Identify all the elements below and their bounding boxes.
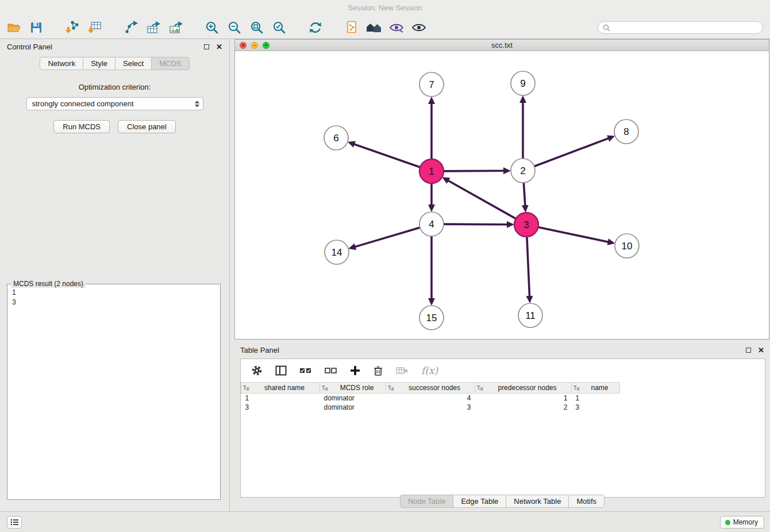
- export-network-icon[interactable]: [122, 19, 140, 36]
- network-edge-3-11[interactable]: [527, 236, 530, 296]
- show-panels-button[interactable]: [7, 516, 22, 529]
- table-cell[interactable]: 1: [475, 394, 572, 403]
- network-node-15[interactable]: 15: [419, 306, 444, 330]
- mcds-result-line: 1: [12, 288, 215, 298]
- create-column-icon[interactable]: [350, 365, 360, 376]
- table-row[interactable]: 3dominator323: [241, 403, 620, 412]
- network-node-4[interactable]: 4: [419, 212, 444, 236]
- float-table-panel-icon[interactable]: [746, 348, 751, 353]
- delete-column-icon[interactable]: [373, 365, 383, 376]
- close-table-panel-icon[interactable]: ✕: [758, 346, 764, 354]
- column-header[interactable]: shared name: [241, 383, 320, 394]
- table-row[interactable]: 1dominator411: [241, 394, 620, 403]
- network-node-2[interactable]: 2: [511, 159, 535, 183]
- tab-network[interactable]: Network: [40, 57, 83, 70]
- window-title: Session: New Session: [0, 0, 770, 16]
- search-box[interactable]: [598, 21, 763, 34]
- network-node-11[interactable]: 11: [518, 303, 542, 327]
- table-cell[interactable]: 1: [241, 394, 320, 403]
- search-input[interactable]: [614, 24, 758, 32]
- close-panel-icon[interactable]: ✕: [216, 43, 222, 51]
- network-node-14[interactable]: 14: [325, 240, 349, 264]
- network-node-7[interactable]: 7: [419, 72, 444, 97]
- network-edge-4-14[interactable]: [355, 227, 421, 246]
- table-settings-gear-icon[interactable]: [251, 365, 263, 376]
- network-node-8[interactable]: 8: [614, 119, 638, 144]
- column-header[interactable]: MCDS role: [320, 383, 386, 394]
- network-edge-1-2[interactable]: [442, 171, 504, 171]
- table-cell[interactable]: 3: [386, 403, 475, 412]
- open-session-icon[interactable]: [5, 19, 23, 36]
- column-header-label: name: [591, 384, 608, 392]
- tab-node-table[interactable]: Node Table: [400, 495, 454, 508]
- manage-networks-icon[interactable]: [342, 19, 361, 36]
- network-edge-2-8[interactable]: [533, 138, 609, 167]
- tab-style[interactable]: Style: [83, 57, 116, 70]
- tab-mcds[interactable]: MCDS: [151, 57, 189, 70]
- column-header[interactable]: name: [572, 383, 620, 394]
- table-cell[interactable]: 3: [241, 403, 320, 412]
- mcds-result-line: 3: [12, 298, 215, 307]
- mcds-result-title: MCDS result (2 nodes): [11, 280, 86, 288]
- list-icon: [10, 519, 18, 526]
- network-canvas[interactable]: 7968124314101511: [235, 51, 769, 339]
- refresh-icon[interactable]: [306, 19, 325, 36]
- export-image-icon[interactable]: [167, 19, 185, 36]
- memory-button[interactable]: Memory: [720, 516, 764, 529]
- import-network-icon[interactable]: [63, 19, 82, 36]
- network-node-10[interactable]: 10: [615, 234, 639, 258]
- network-edge-3-10[interactable]: [537, 227, 609, 242]
- node-label: 2: [520, 165, 525, 176]
- minimize-window-icon[interactable]: −: [251, 42, 258, 49]
- zoom-in-icon[interactable]: [203, 19, 221, 36]
- float-panel-icon[interactable]: [204, 44, 209, 49]
- tab-motifs[interactable]: Motifs: [568, 495, 605, 508]
- mcds-result-box: MCDS result (2 nodes) 13: [7, 284, 221, 500]
- run-mcds-button[interactable]: Run MCDS: [53, 120, 110, 133]
- select-all-columns-icon[interactable]: [299, 367, 312, 375]
- table-cell[interactable]: 3: [572, 403, 620, 412]
- network-window-titlebar: ✕ − + scc.txt: [235, 40, 769, 51]
- network-edge-2-3[interactable]: [523, 182, 525, 206]
- tab-select[interactable]: Select: [115, 57, 152, 70]
- export-table-icon[interactable]: [144, 19, 163, 36]
- memory-status-icon: [725, 520, 730, 525]
- node-label: 6: [333, 133, 338, 144]
- maximize-window-icon[interactable]: +: [263, 42, 270, 49]
- network-node-3[interactable]: 3: [514, 213, 538, 237]
- node-label: 10: [622, 241, 633, 252]
- save-session-icon[interactable]: [27, 19, 45, 36]
- zoom-fit-icon[interactable]: [248, 19, 266, 36]
- network-edge-3-1[interactable]: [448, 180, 517, 219]
- network-node-6[interactable]: 6: [324, 126, 348, 150]
- network-node-1[interactable]: 1: [419, 159, 444, 183]
- show-hide-icon[interactable]: [410, 19, 428, 36]
- table-cell[interactable]: dominator: [320, 403, 386, 412]
- column-header-label: predecessor nodes: [498, 384, 556, 392]
- main-toolbar: [0, 16, 770, 39]
- network-edge-1-6[interactable]: [354, 144, 421, 168]
- zoom-out-icon[interactable]: [225, 19, 244, 36]
- column-header[interactable]: predecessor nodes: [475, 383, 572, 394]
- tab-network-table[interactable]: Network Table: [506, 495, 569, 508]
- network-window-title: scc.txt: [491, 41, 513, 49]
- home-icon[interactable]: [365, 19, 383, 36]
- show-column-panel-icon[interactable]: [275, 365, 287, 376]
- control-panel-tabs: Network Style Select MCDS: [0, 57, 229, 70]
- tab-edge-table[interactable]: Edge Table: [453, 495, 506, 508]
- style-eye-icon[interactable]: [387, 19, 406, 36]
- import-table-icon[interactable]: [86, 19, 104, 36]
- close-window-icon[interactable]: ✕: [240, 42, 247, 49]
- table-cell[interactable]: 1: [572, 394, 620, 403]
- node-label: 8: [623, 126, 629, 137]
- table-cell[interactable]: dominator: [320, 394, 386, 403]
- column-header[interactable]: successor nodes: [386, 383, 475, 394]
- deselect-all-columns-icon[interactable]: [325, 367, 337, 375]
- table-cell[interactable]: 2: [475, 403, 572, 412]
- table-cell[interactable]: 4: [386, 394, 475, 403]
- zoom-selected-icon[interactable]: [270, 19, 288, 36]
- network-node-9[interactable]: 9: [511, 71, 535, 95]
- criterion-select[interactable]: strongly connected component: [26, 97, 203, 110]
- close-panel-button[interactable]: Close panel: [118, 120, 176, 133]
- network-edge-4-3[interactable]: [442, 224, 507, 225]
